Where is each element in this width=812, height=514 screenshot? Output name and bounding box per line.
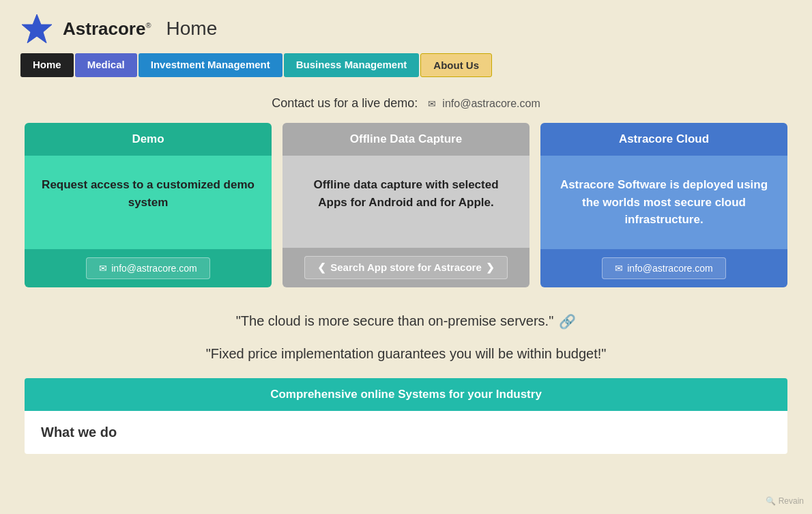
nav-medical[interactable]: Medical	[75, 53, 137, 77]
contact-bar: Contact us for a live demo: ✉ info@astra…	[0, 89, 812, 123]
chevron-left-icon: ❮	[317, 261, 326, 274]
revain-watermark: 🔍 Revain	[766, 496, 804, 506]
email-icon-demo: ✉	[99, 263, 107, 274]
quotes-section: "The cloud is more secure than on-premis…	[0, 306, 812, 362]
cloud-card: Astracore Cloud Astracore Software is de…	[540, 123, 787, 287]
revain-icon: 🔍	[766, 496, 776, 506]
chevron-right-icon: ❯	[486, 261, 495, 274]
email-icon-cloud: ✉	[615, 263, 623, 274]
contact-email[interactable]: info@astracore.com	[442, 98, 540, 109]
app-store-button[interactable]: ❮ Search App store for Astracore ❯	[304, 256, 507, 279]
svg-marker-0	[22, 14, 52, 43]
demo-email-button[interactable]: ✉ info@astracore.com	[86, 257, 209, 279]
offline-card-header: Offline Data Capture	[282, 123, 530, 156]
page-header: Astracore® Home	[0, 0, 812, 53]
demo-card-header: Demo	[25, 123, 272, 156]
cards-row: Demo Request access to a customized demo…	[0, 123, 812, 287]
cloud-card-body: Astracore Software is deployed using the…	[540, 156, 787, 249]
logo-star-icon	[20, 12, 53, 45]
main-nav: Home Medical Investment Management Busin…	[0, 53, 812, 77]
demo-card-footer: ✉ info@astracore.com	[25, 249, 272, 287]
cloud-card-header: Astracore Cloud	[540, 123, 787, 156]
nav-investment[interactable]: Investment Management	[139, 53, 282, 77]
cloud-email-button[interactable]: ✉ info@astracore.com	[602, 257, 725, 279]
demo-card: Demo Request access to a customized demo…	[25, 123, 272, 287]
offline-card-body: Offline data capture with selected Apps …	[282, 156, 530, 248]
what-we-do-section: What we do	[25, 411, 787, 454]
bottom-banner: Comprehensive online Systems for your In…	[25, 378, 787, 411]
nav-about[interactable]: About Us	[420, 53, 492, 77]
offline-card-footer: ❮ Search App store for Astracore ❯	[282, 248, 530, 287]
nav-business[interactable]: Business Management	[284, 53, 420, 77]
demo-card-body: Request access to a customized demo syst…	[25, 156, 272, 249]
what-we-do-title: What we do	[41, 425, 771, 440]
link-icon: 🔗	[559, 313, 576, 330]
nav-home[interactable]: Home	[20, 53, 74, 77]
page-title: Home	[166, 18, 218, 40]
contact-text: Contact us for a live demo:	[272, 96, 418, 110]
offline-card: Offline Data Capture Offline data captur…	[282, 123, 530, 287]
brand-name: Astracore®	[63, 18, 151, 40]
quote-1: "The cloud is more secure than on-premis…	[27, 313, 785, 330]
email-icon: ✉	[428, 98, 436, 109]
quote-2: "Fixed price implementation guarantees y…	[27, 346, 785, 362]
cloud-card-footer: ✉ info@astracore.com	[540, 249, 787, 287]
